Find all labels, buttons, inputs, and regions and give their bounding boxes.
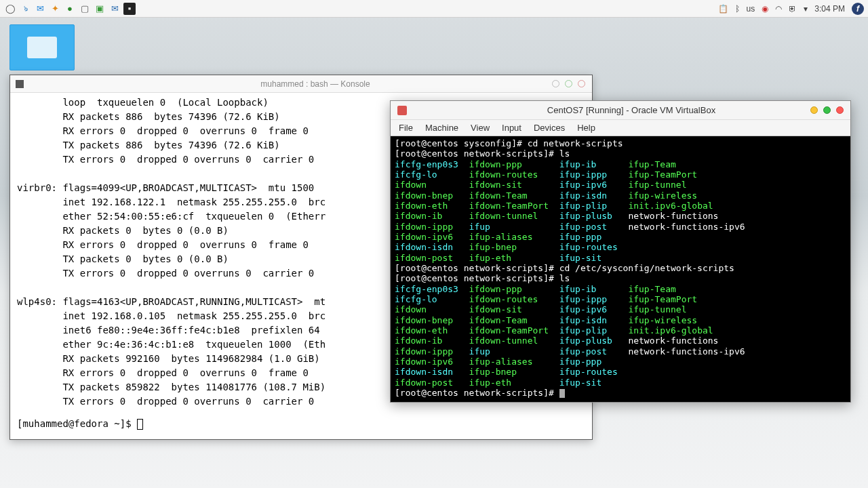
menu-input[interactable]: Input (502, 123, 521, 133)
bluetooth-icon[interactable]: ᛒ (735, 4, 740, 14)
app2-icon[interactable]: ✦ (49, 3, 61, 15)
maximize-button[interactable] (565, 80, 572, 87)
terminal-line: ifdown-ipv6 ifup-aliases ifup-ppp (395, 232, 846, 242)
cursor-icon (559, 389, 565, 398)
terminal-line: ifdown-ippp ifup ifup-post network-funct… (395, 346, 846, 357)
terminal-line: ifdown-isdn ifup-bnep ifup-routes (395, 367, 846, 377)
menu-view[interactable]: View (471, 123, 490, 133)
terminal-line: ifdown-ib ifdown-tunnel ifup-plusb netwo… (395, 211, 846, 221)
konsole-title-text: muhammed : bash — Konsole (44, 79, 587, 89)
menu-arrow-icon[interactable]: ▾ (804, 4, 808, 14)
terminal-line: [root@centos sysconfig]# cd network-scri… (395, 138, 846, 148)
konsole-titlebar[interactable]: muhammed : bash — Konsole (10, 75, 592, 93)
wifi-icon[interactable]: ◠ (775, 4, 782, 14)
terminal-line: ifdown ifdown-sit ifup-ipv6 ifup-tunnel (395, 180, 846, 190)
terminal-line: [root@centos network-scripts]# ls (395, 148, 846, 159)
konsole-window-controls (552, 80, 585, 87)
maximize-button[interactable] (823, 106, 831, 114)
terminal-line: ifcfg-enp0s3 ifdown-ppp ifup-ib ifup-Tea… (395, 284, 846, 294)
menu-help[interactable]: Help (577, 123, 595, 133)
fedora-logo-icon[interactable]: f (852, 3, 864, 15)
menu-machine[interactable]: Machine (425, 123, 458, 133)
konsole-app-icon (16, 80, 24, 88)
terminal-line: ifdown-eth ifdown-TeamPort ifup-plip ini… (395, 201, 846, 211)
terminal-line: ifdown-ib ifdown-tunnel ifup-plusb netwo… (395, 336, 846, 346)
close-button[interactable] (578, 80, 585, 87)
vbox-menubar: FileMachineViewInputDevicesHelp (391, 120, 850, 136)
terminal-line: ifdown-ippp ifup ifup-post network-funct… (395, 222, 846, 232)
terminal-line: ifdown-post ifup-eth ifup-sit (395, 253, 846, 263)
mail-icon[interactable]: ✉ (34, 3, 46, 15)
app5-icon[interactable]: ▣ (94, 3, 106, 15)
terminal-line: ifcfg-enp0s3 ifdown-ppp ifup-ib ifup-Tea… (395, 159, 846, 169)
terminal-line: ifdown-bnep ifdown-Team ifup-isdn ifup-w… (395, 315, 846, 325)
clipboard-icon[interactable]: 📋 (718, 4, 728, 14)
terminal-line: ifdown-post ifup-eth ifup-sit (395, 378, 846, 388)
app-icon[interactable]: ঌ (19, 3, 31, 15)
keyboard-layout[interactable]: us (747, 4, 755, 14)
terminal-line: ifcfg-lo ifdown-routes ifup-ippp ifup-Te… (395, 294, 846, 304)
terminal-line: ifdown-eth ifdown-TeamPort ifup-plip ini… (395, 325, 846, 336)
terminal-line: ifdown-bnep ifdown-Team ifup-isdn ifup-w… (395, 190, 846, 201)
terminal-line: [root@centos network-scripts]# cd /etc/s… (395, 263, 846, 273)
vbox-prompt: [root@centos network-scripts]# (395, 388, 846, 398)
terminal-line: ifdown ifdown-sit ifup-ipv6 ifup-tunnel (395, 304, 846, 314)
terminal-line: [root@centos network-scripts]# ls (395, 273, 846, 283)
inbox-icon[interactable]: ✉ (108, 3, 121, 15)
konsole-prompt: [muhammed@fedora ~]$ (17, 417, 585, 431)
close-button[interactable] (836, 106, 844, 114)
terminal-line: ifdown-ipv6 ifup-aliases ifup-ppp (395, 357, 846, 367)
eclipse-icon[interactable]: ◯ (4, 3, 16, 15)
vbox-terminal[interactable]: [root@centos sysconfig]# cd network-scri… (391, 136, 850, 402)
desktop-folder[interactable] (9, 24, 75, 70)
record-icon[interactable]: ◉ (762, 4, 768, 14)
vbox-window-controls (810, 106, 844, 114)
menu-file[interactable]: File (399, 123, 413, 133)
panel-left: ◯ ঌ ✉ ✦ ● ▢ ▣ ✉ ▪ (4, 3, 136, 15)
minimize-button[interactable] (810, 106, 818, 114)
panel-right: 📋 ᛒ us ◉ ◠ ⛨ ▾ 3:04 PM f (718, 3, 864, 15)
terminal-line: ifdown-isdn ifup-bnep ifup-routes (395, 242, 846, 252)
minimize-button[interactable] (552, 80, 559, 87)
terminal-line: ifcfg-lo ifdown-routes ifup-ippp ifup-Te… (395, 169, 846, 180)
terminal-app-icon[interactable]: ▪ (123, 3, 136, 15)
app4-icon[interactable]: ▢ (79, 3, 91, 15)
top-panel: ◯ ঌ ✉ ✦ ● ▢ ▣ ✉ ▪ 📋 ᛒ us ◉ ◠ ⛨ ▾ 3:04 PM… (0, 0, 868, 18)
shield-icon[interactable]: ⛨ (789, 4, 797, 14)
menu-devices[interactable]: Devices (534, 123, 565, 133)
virtualbox-app-icon (397, 106, 407, 115)
vbox-title-text: CentOS7 [Running] - Oracle VM VirtualBox (419, 105, 844, 115)
folder-icon (27, 37, 57, 58)
clock[interactable]: 3:04 PM (814, 4, 845, 14)
vbox-titlebar[interactable]: CentOS7 [Running] - Oracle VM VirtualBox (391, 101, 850, 120)
virtualbox-window: CentOS7 [Running] - Oracle VM VirtualBox… (390, 100, 851, 403)
cursor-icon (137, 419, 143, 430)
app3-icon[interactable]: ● (64, 3, 76, 15)
